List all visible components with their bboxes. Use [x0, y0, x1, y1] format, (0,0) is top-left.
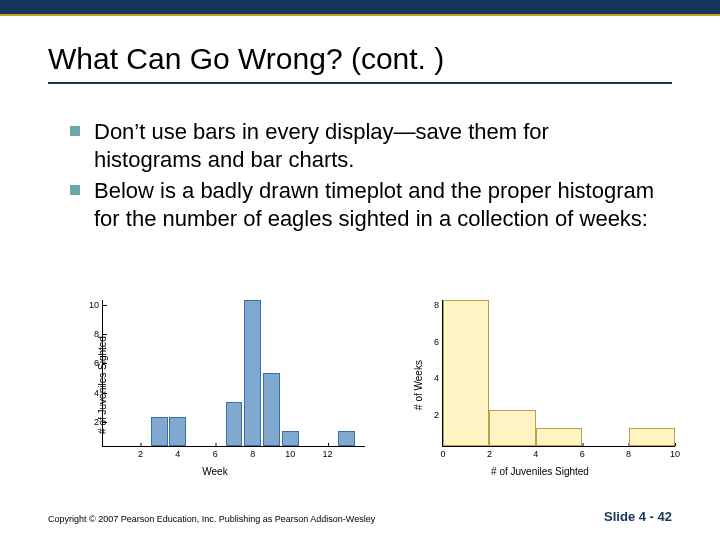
chart-histogram: # of Weeks 24680246810 # of Juveniles Si…: [400, 295, 680, 475]
y-tick: 10: [89, 300, 103, 310]
bar: [443, 300, 489, 446]
chart-timeplot: # of Juveniles Sighted 24681024681012 We…: [60, 295, 370, 475]
slide-number: Slide 4 - 42: [604, 509, 672, 524]
bullet-item: Don’t use bars in every display—save the…: [70, 118, 660, 173]
y-tick: 6: [434, 337, 443, 347]
bar: [629, 428, 675, 446]
bar: [226, 402, 243, 446]
bar: [263, 373, 280, 446]
x-tick: 6: [213, 446, 218, 459]
slide-title: What Can Go Wrong? (cont. ): [48, 42, 672, 82]
y-axis-label: # of Weeks: [413, 360, 424, 410]
bar: [489, 410, 535, 447]
x-tick: 4: [533, 446, 538, 459]
y-tick: 6: [94, 358, 103, 368]
title-underline: [48, 82, 672, 84]
copyright-text: Copyright © 2007 Pearson Education, Inc.…: [48, 514, 375, 524]
x-axis-label: Week: [202, 466, 227, 477]
y-tick: 2: [94, 417, 103, 427]
bar: [282, 431, 299, 446]
x-tick: 4: [175, 446, 180, 459]
y-tick: 4: [434, 373, 443, 383]
x-tick: 6: [580, 446, 585, 459]
x-tick: 8: [250, 446, 255, 459]
body-block: Don’t use bars in every display—save the…: [70, 118, 660, 236]
y-tick: 4: [94, 388, 103, 398]
x-tick: 8: [626, 446, 631, 459]
plot-area: 24681024681012: [102, 300, 365, 447]
x-tick: 10: [670, 446, 680, 459]
slide-top-band: [0, 0, 720, 14]
bar: [338, 431, 355, 446]
square-bullet-icon: [70, 185, 80, 195]
bullet-text: Don’t use bars in every display—save the…: [94, 118, 660, 173]
bar: [169, 417, 186, 446]
y-tick: 8: [434, 300, 443, 310]
plot-area: 24680246810: [442, 300, 675, 447]
y-tick: 8: [94, 329, 103, 339]
y-tick: 2: [434, 410, 443, 420]
footer: Copyright © 2007 Pearson Education, Inc.…: [48, 509, 672, 524]
title-block: What Can Go Wrong? (cont. ): [48, 42, 672, 84]
bullet-list: Don’t use bars in every display—save the…: [70, 118, 660, 232]
square-bullet-icon: [70, 126, 80, 136]
bar: [151, 417, 168, 446]
charts-row: # of Juveniles Sighted 24681024681012 We…: [60, 295, 680, 475]
x-tick: 2: [487, 446, 492, 459]
x-tick: 0: [440, 446, 445, 459]
bullet-item: Below is a badly drawn timeplot and the …: [70, 177, 660, 232]
bar: [244, 300, 261, 446]
bullet-text: Below is a badly drawn timeplot and the …: [94, 177, 660, 232]
x-tick: 10: [285, 446, 295, 459]
x-tick: 12: [323, 446, 333, 459]
x-tick: 2: [138, 446, 143, 459]
x-axis-label: # of Juveniles Sighted: [491, 466, 589, 477]
bar: [536, 428, 582, 446]
